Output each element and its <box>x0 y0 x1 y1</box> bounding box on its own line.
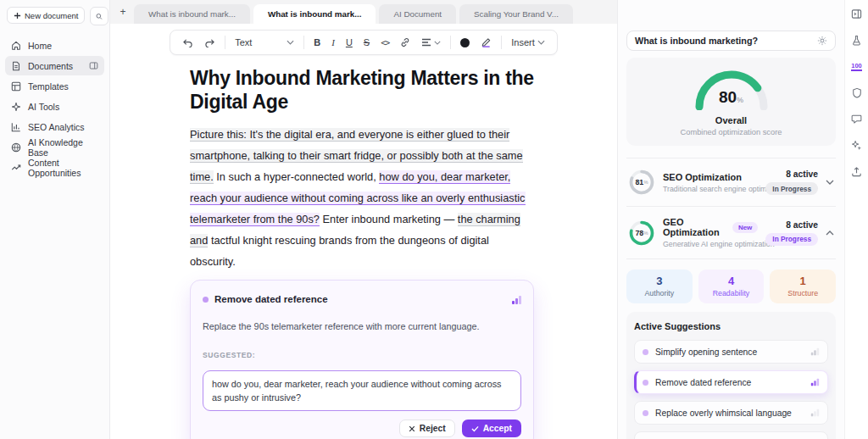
plain-text: Enter inbound marketing — <box>320 213 458 225</box>
x-icon <box>409 425 415 432</box>
collapse-panel-icon[interactable] <box>849 6 865 21</box>
accept-button[interactable]: Accept <box>462 420 521 437</box>
shield-icon[interactable] <box>849 85 865 100</box>
code-button[interactable]: <> <box>379 36 391 49</box>
authority-stat-card[interactable]: 3 Authority <box>626 270 693 303</box>
geo-subtitle: Generative AI engine optimization <box>663 240 758 248</box>
plain-text: In such a hyper-connected world, <box>214 170 380 183</box>
sidebar-item-templates[interactable]: Templates <box>5 76 104 96</box>
percent-sign: % <box>643 231 648 236</box>
geo-score-value: 78 <box>635 229 643 237</box>
undo-button[interactable] <box>181 36 195 49</box>
chevron-down-icon[interactable] <box>826 180 834 185</box>
target-query-text: What is inbound marketing? <box>635 36 758 46</box>
sidebar-item-ai-knowledge-base[interactable]: AI Knowledge Base <box>5 137 104 157</box>
document-title: Why Inbound Marketing Matters in the Dig… <box>190 66 534 114</box>
sidebar-item-content-opportunities[interactable]: Content Opportunities <box>5 158 104 177</box>
suggested-label: SUGGESTED: <box>203 345 521 366</box>
sidebar-item-home[interactable]: Home <box>5 36 104 55</box>
sidebar-item-seo-analytics[interactable]: SEO Analytics <box>5 117 104 136</box>
sidebar-item-label: Home <box>28 41 52 51</box>
color-swatch-icon <box>460 38 470 47</box>
suggestion-dot-icon <box>643 410 648 416</box>
comment-icon[interactable] <box>849 111 865 126</box>
add-tab-button[interactable]: + <box>115 4 131 19</box>
sparkles-icon[interactable] <box>849 137 865 153</box>
sidebar-item-documents[interactable]: Documents <box>5 56 104 75</box>
underline-button[interactable]: U <box>344 36 354 49</box>
readability-stat-card[interactable]: 4 Readability <box>698 270 765 303</box>
plain-text: tactful knight rescuing brands from the … <box>190 234 489 268</box>
suggestion-popup: Remove dated reference Replace the 90s t… <box>190 280 534 439</box>
target-query-field[interactable]: What is inbound marketing? <box>626 31 836 51</box>
plus-icon <box>14 12 21 19</box>
geo-active-count: 8 active <box>765 220 818 230</box>
chevron-up-icon[interactable] <box>826 231 834 236</box>
impact-bars-icon <box>512 296 521 304</box>
suggestion-item[interactable]: Replace overly whimsical language <box>634 401 828 425</box>
sidebar-item-ai-tools[interactable]: AI Tools <box>5 97 104 116</box>
seo-score-value: 81 <box>635 178 643 186</box>
bar-chart-icon <box>11 122 21 132</box>
align-dropdown[interactable] <box>420 36 442 48</box>
undo-icon <box>182 38 193 47</box>
structure-count: 1 <box>770 275 836 287</box>
trending-up-icon <box>11 163 21 173</box>
document-content[interactable]: Why Inbound Marketing Matters in the Dig… <box>110 55 534 439</box>
strikethrough-button[interactable]: S <box>362 36 371 49</box>
seo-active-count: 8 active <box>765 169 818 179</box>
suggestion-item-active[interactable]: Remove dated reference <box>634 370 828 394</box>
geo-status-badge: In Progress <box>765 233 818 246</box>
tab-label: AI Document <box>393 9 442 19</box>
suggestion-item[interactable]: Simplify opening sentence <box>634 340 828 364</box>
reject-button[interactable]: Reject <box>399 420 455 437</box>
suggestion-description: Replace the 90s telemarketer reference w… <box>203 316 521 337</box>
home-icon <box>11 41 21 51</box>
sparkle-icon <box>11 102 21 112</box>
structure-stat-card[interactable]: 1 Structure <box>770 270 836 303</box>
suggested-text-box[interactable]: how do you, dear marketer, reach your au… <box>203 370 521 411</box>
impact-bars-icon <box>811 409 819 417</box>
insert-dropdown[interactable]: Insert <box>509 36 547 49</box>
bold-button[interactable]: B <box>312 36 322 49</box>
panel-toggle-icon[interactable] <box>89 61 98 70</box>
impact-bars-icon <box>811 379 819 386</box>
link-button[interactable] <box>398 36 412 49</box>
new-document-button[interactable]: New document <box>7 7 85 24</box>
suggestion-label: Replace overly whimsical language <box>655 408 792 418</box>
chevron-down-icon <box>434 41 441 45</box>
highlighter-button[interactable] <box>479 36 493 49</box>
search-button[interactable] <box>90 7 108 25</box>
suggestion-label: Remove dated reference <box>655 378 751 387</box>
sidebar-item-label: AI Knowledge Base <box>28 137 98 158</box>
geo-title: GEO Optimization <box>663 217 727 237</box>
italic-button[interactable]: I <box>330 36 337 49</box>
search-icon <box>96 12 103 21</box>
seo-optimization-row[interactable]: 81% SEO Optimization Traditional search … <box>626 158 836 207</box>
tab-document-2-active[interactable]: What is inbound mark... <box>253 4 376 24</box>
redo-icon <box>204 38 215 47</box>
score-100-icon[interactable]: 100 <box>849 58 865 74</box>
geo-score-ring: 78% <box>628 220 655 247</box>
editor-area: + What is inbound mark... What is inboun… <box>110 0 617 439</box>
tab-ai-document[interactable]: AI Document <box>379 4 456 24</box>
redo-button[interactable] <box>203 36 217 49</box>
gear-icon[interactable] <box>817 36 827 46</box>
text-color-button[interactable] <box>459 36 471 49</box>
experiment-flask-icon[interactable] <box>849 32 865 47</box>
authority-label: Authority <box>626 289 693 297</box>
suggestion-item[interactable]: Simplify marketing explanation <box>634 431 828 439</box>
sidebar-item-label: Templates <box>28 81 69 92</box>
tab-scaling-your-brand[interactable]: Scaling Your Brand V... <box>459 4 573 24</box>
tab-label: Scaling Your Brand V... <box>474 9 559 19</box>
paragraph-1: Picture this: It's the digital era, and … <box>190 124 534 272</box>
impact-bars-icon <box>811 348 819 356</box>
chevron-down-icon <box>287 40 294 45</box>
text-style-dropdown[interactable]: Text <box>233 36 296 49</box>
geo-optimization-row[interactable]: 78% GEO OptimizationNew Generative AI en… <box>626 207 836 259</box>
left-sidebar: New document Home Documents Templates <box>0 0 110 439</box>
chevron-down-icon <box>537 40 545 45</box>
link-icon <box>400 37 410 47</box>
upload-icon[interactable] <box>849 164 865 179</box>
tab-document-1[interactable]: What is inbound mark... <box>134 4 250 24</box>
